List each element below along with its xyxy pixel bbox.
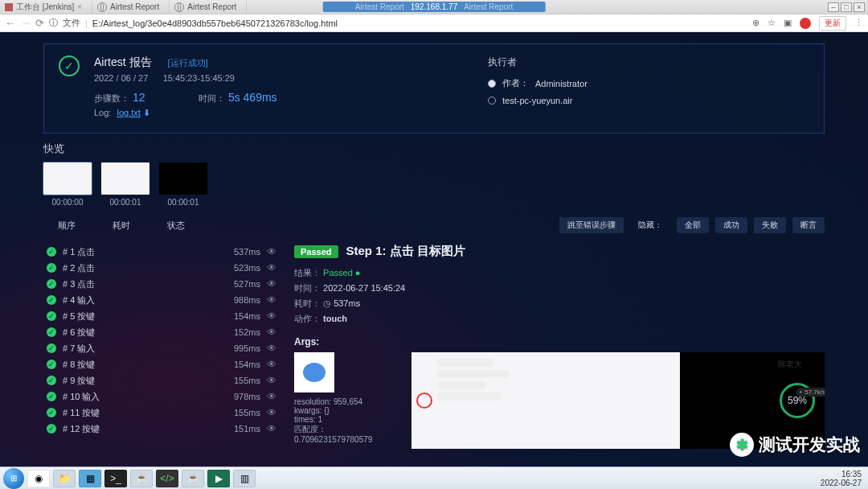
action-label: 动作： — [294, 314, 321, 323]
chat-contact: 陈老大 — [778, 359, 802, 370]
eye-icon[interactable]: 👁 — [267, 375, 276, 386]
author-row[interactable]: 作者：Administrator — [488, 77, 809, 89]
step-row[interactable]: ✓# 3 点击527ms👁 — [43, 276, 280, 292]
step-row[interactable]: ✓# 4 输入988ms👁 — [43, 292, 280, 308]
eye-icon[interactable]: 👁 — [267, 310, 276, 322]
sort-status[interactable]: 状态 — [167, 220, 185, 232]
menu-icon[interactable]: ⋮ — [854, 18, 863, 28]
thumb-1[interactable]: 00:00:01 — [101, 162, 149, 207]
eye-icon[interactable]: 👁 — [267, 278, 276, 290]
system-tray[interactable]: 16:35 2022-06-27 — [821, 470, 865, 487]
thumb-2[interactable]: 00:00:01 — [159, 162, 207, 207]
star-icon[interactable]: ☆ — [768, 18, 776, 28]
step-row[interactable]: ✓# 10 输入978ms👁 — [43, 388, 280, 405]
filter-assert[interactable]: 断言 — [792, 217, 825, 233]
step-row[interactable]: ✓# 12 按键151ms👁 — [43, 421, 280, 437]
report-title: Airtest 报告 — [94, 55, 152, 70]
taskbar-play-icon[interactable]: ▶ — [207, 470, 230, 487]
step-ok-icon: ✓ — [47, 360, 56, 369]
filter-success[interactable]: 成功 — [715, 217, 747, 233]
forward-icon[interactable]: → — [20, 17, 31, 29]
taskbar-terminal-icon[interactable]: >_ — [104, 470, 127, 487]
close-button[interactable]: × — [854, 2, 865, 12]
step-row[interactable]: ✓# 1 点击537ms👁 — [43, 244, 280, 260]
step-time: 151ms — [225, 424, 260, 434]
step-row[interactable]: ✓# 7 输入995ms👁 — [43, 340, 280, 356]
log-link[interactable]: log.txt — [117, 108, 140, 117]
eye-icon[interactable]: 👁 — [267, 407, 276, 418]
step-name: # 3 点击 — [63, 278, 219, 290]
step-ok-icon: ✓ — [47, 247, 56, 257]
tray-date: 2022-06-27 — [821, 479, 862, 487]
share-icon[interactable]: ⊕ — [752, 18, 760, 28]
titlebar-tab-1[interactable]: 工作台 [Jenkins]× — [0, 0, 92, 14]
reload-icon[interactable]: ⟳ — [35, 17, 44, 29]
arg-confidence: 匹配度： 0.7096231579780579 — [294, 424, 399, 444]
taskbar-app-icon[interactable]: ▦ — [79, 470, 101, 487]
eye-icon[interactable]: 👁 — [267, 343, 276, 354]
step-time: 978ms — [225, 392, 260, 401]
quick-view: 快览 00:00:00 00:00:01 00:00:01 — [43, 142, 825, 207]
globe-icon — [97, 2, 107, 12]
thumb-0[interactable]: 00:00:00 — [43, 162, 92, 207]
close-icon[interactable]: × — [77, 2, 82, 11]
step-row[interactable]: ✓# 5 按键154ms👁 — [43, 308, 280, 324]
titlebar-tab-3[interactable]: Airtest Report — [170, 0, 247, 14]
wechat-icon: ✱ — [730, 433, 754, 457]
target-thumbnail[interactable] — [294, 352, 334, 392]
sort-duration[interactable]: 耗时 — [113, 220, 130, 232]
taskbar-app3-icon[interactable]: ▥ — [233, 470, 256, 487]
titlebar-center: Airtest Report 192.168.1.77 Airtest Repo… — [323, 2, 546, 12]
filter-all[interactable]: 全部 — [677, 217, 709, 233]
status-check-icon: ✓ — [59, 55, 80, 76]
filter-fail[interactable]: 失败 — [754, 217, 786, 233]
taskbar-chrome-icon[interactable]: ◉ — [27, 470, 50, 487]
step-row[interactable]: ✓# 6 按键152ms👁 — [43, 324, 280, 340]
watermark-text: 测试开发实战 — [759, 434, 860, 456]
step-name: # 12 按键 — [63, 423, 219, 435]
step-ok-icon: ✓ — [47, 424, 56, 434]
maximize-button[interactable]: □ — [841, 2, 852, 12]
step-name: # 5 按键 — [63, 310, 219, 323]
steps-label: 步骤数： — [94, 93, 129, 103]
eye-icon[interactable]: 👁 — [267, 391, 276, 402]
step-ok-icon: ✓ — [47, 376, 56, 385]
jump-error-button[interactable]: 跳至错误步骤 — [559, 217, 624, 233]
step-row[interactable]: ✓# 2 点击523ms👁 — [43, 260, 280, 276]
start-button[interactable]: ⊞ — [3, 468, 24, 489]
eye-icon[interactable]: 👁 — [267, 294, 276, 306]
eye-icon[interactable]: 👁 — [267, 262, 276, 273]
download-icon[interactable]: ⬇ — [143, 108, 150, 117]
titlebar-center-left: Airtest Report — [355, 2, 404, 11]
eye-icon[interactable]: 👁 — [267, 359, 276, 370]
taskbar-java2-icon[interactable]: ☕ — [182, 470, 204, 487]
eye-icon[interactable]: 👁 — [267, 246, 276, 257]
url-prefix: 文件 — [63, 17, 80, 29]
duration-value: 5s 469ms — [228, 91, 277, 104]
eye-icon[interactable]: 👁 — [267, 423, 276, 434]
step-time: 154ms — [225, 311, 260, 321]
report-date: 2022 / 06 / 27 — [94, 73, 148, 83]
update-button[interactable]: 更新 — [819, 16, 846, 31]
taskbar-explorer-icon[interactable]: 📁 — [53, 470, 76, 487]
taskbar-app2-icon[interactable]: </> — [156, 470, 178, 487]
duration-label: 时间： — [199, 93, 225, 103]
step-name: # 2 点击 — [63, 262, 219, 274]
extension-icon[interactable]: ▣ — [784, 18, 792, 28]
step-row[interactable]: ✓# 9 按键155ms👁 — [43, 372, 280, 388]
eye-icon[interactable]: 👁 — [267, 327, 276, 338]
report-header: ✓ Airtest 报告 [运行成功] 2022 / 06 / 27 15:45… — [43, 43, 825, 134]
back-icon[interactable]: ← — [5, 17, 15, 29]
sort-order[interactable]: 顺序 — [58, 220, 76, 232]
device-row[interactable]: test-pc-yueyun.air — [488, 96, 809, 105]
minimize-button[interactable]: – — [828, 2, 839, 12]
profile-icon[interactable] — [800, 18, 811, 29]
url-input[interactable]: E:/Airtest_log/3e0e4d8903db557beb6450721… — [92, 18, 747, 28]
titlebar-tab-2[interactable]: Airtest Report — [92, 0, 170, 14]
taskbar-java-icon[interactable]: ☕ — [130, 470, 153, 487]
browser-toolbar: ← → ⟳ ⓘ 文件 | E:/Airtest_log/3e0e4d8903db… — [0, 14, 868, 32]
quick-title: 快览 — [43, 142, 825, 156]
check-icon: ● — [355, 268, 361, 277]
step-row[interactable]: ✓# 8 按键154ms👁 — [43, 356, 280, 372]
step-row[interactable]: ✓# 11 按键155ms👁 — [43, 405, 280, 421]
